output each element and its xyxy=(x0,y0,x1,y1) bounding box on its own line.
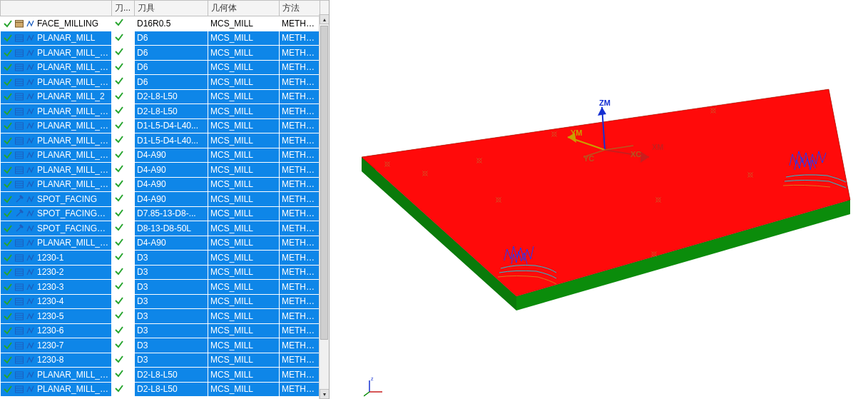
op-method: METHOD xyxy=(280,192,320,207)
op-tool: D6 xyxy=(135,46,208,61)
table-row[interactable]: PLANAR_MILL_2_C...D4-A90MCS_MILLMETHOD xyxy=(1,236,330,251)
op-geometry: MCS_MILL xyxy=(208,148,280,163)
op-method: METHOD xyxy=(280,206,320,221)
scroll-down-arrow[interactable]: ▾ xyxy=(320,389,329,399)
table-row[interactable]: SPOT_FACING_COPYD7.85-13-D8-...MCS_MILLM… xyxy=(1,206,330,221)
table-row[interactable]: PLANAR_MILL_2_C...D1-L5-D4-L40...MCS_MIL… xyxy=(1,118,330,133)
table-row[interactable]: SPOT_FACING_COP...D8-13-D8-50LMCS_MILLME… xyxy=(1,221,330,236)
scroll-thumb[interactable] xyxy=(320,26,328,340)
table-row[interactable]: 1230-2D3MCS_MILLMETHOD xyxy=(1,265,330,280)
toolpath-icon xyxy=(26,253,36,263)
view-triad-icon[interactable]: z xyxy=(364,376,385,398)
planar-mill-icon xyxy=(14,340,24,350)
graphics-viewport[interactable]: ZM YM XM XC YC z xyxy=(330,0,868,399)
op-geometry: MCS_MILL xyxy=(208,294,280,309)
check-icon xyxy=(3,370,13,380)
svg-rect-35 xyxy=(16,240,24,246)
op-tool: D2-L8-L50 xyxy=(135,89,208,104)
op-name: 1230-6 xyxy=(37,325,109,335)
op-method: METHOD xyxy=(280,60,320,75)
toolpath-icon xyxy=(26,150,36,160)
svg-rect-23 xyxy=(16,138,24,144)
status-check-icon xyxy=(114,355,124,366)
op-geometry: MCS_MILL xyxy=(208,163,280,178)
toolpath-icon xyxy=(26,106,36,116)
op-method: METHOD xyxy=(280,75,320,90)
table-row[interactable]: 1230-3D3MCS_MILLMETHOD xyxy=(1,280,330,295)
table-row[interactable]: 1230-1D3MCS_MILLMETHOD xyxy=(1,251,330,266)
table-row[interactable]: PLANAR_MILL_2_C...D1-L5-D4-L40...MCS_MIL… xyxy=(1,133,330,148)
svg-rect-20 xyxy=(16,123,24,129)
table-row[interactable]: 1230-7D3MCS_MILLMETHOD xyxy=(1,338,330,353)
svg-rect-62 xyxy=(16,372,24,378)
op-method: METHOD xyxy=(280,148,320,163)
table-row[interactable]: PLANAR_MILL_2D2-L8-L50MCS_MILLMETHOD xyxy=(1,89,330,104)
table-row[interactable]: PLANAR_MILL_2_C...D4-A90MCS_MILLMETHOD xyxy=(1,148,330,163)
part-3d-view[interactable] xyxy=(330,0,868,399)
table-row[interactable]: FACE_MILLINGD16R0.5MCS_MILLMETHOD xyxy=(1,16,330,31)
planar-mill-icon xyxy=(14,121,24,131)
vertical-scrollbar[interactable]: ▴ ▾ xyxy=(319,14,329,399)
check-icon xyxy=(3,194,13,204)
table-header-row[interactable]: 刀... 刀具 几何体 方法 xyxy=(1,1,330,16)
table-row[interactable]: PLANAR_MILL_2_C...D2-L8-L50MCS_MILLMETHO… xyxy=(1,382,330,397)
op-geometry: MCS_MILL xyxy=(208,236,280,251)
table-row[interactable]: PLANAR_MILL_COP...D6MCS_MILLMETHOD xyxy=(1,75,330,90)
op-name: PLANAR_MILL_2_C... xyxy=(37,384,109,394)
table-row[interactable]: PLANAR_MILL_2_C...D4-A90MCS_MILLMETHOD xyxy=(1,177,330,192)
table-row[interactable]: 1230-4D3MCS_MILLMETHOD xyxy=(1,294,330,309)
toolpath-icon xyxy=(26,121,36,131)
col-header-tool[interactable]: 刀具 xyxy=(135,1,208,16)
col-header-name[interactable] xyxy=(1,1,112,16)
planar-mill-icon xyxy=(14,311,24,321)
planar-mill-icon xyxy=(14,179,24,189)
col-header-state[interactable]: 刀... xyxy=(112,1,135,16)
op-geometry: MCS_MILL xyxy=(208,221,280,236)
op-name: PLANAR_MILL_2_C... xyxy=(37,165,109,175)
operation-table-wrap: 刀... 刀具 几何体 方法 FACE_MILLINGD16R0.5MCS_MI… xyxy=(0,0,329,399)
status-check-icon xyxy=(114,194,124,205)
op-tool: D3 xyxy=(135,323,208,338)
op-geometry: MCS_MILL xyxy=(208,206,280,221)
status-check-icon xyxy=(114,238,124,249)
op-tool: D1-L5-D4-L40... xyxy=(135,118,208,133)
status-check-icon xyxy=(114,297,124,308)
toolpath-icon xyxy=(26,282,36,292)
op-name: PLANAR_MILL_COP... xyxy=(37,77,109,87)
svg-rect-11 xyxy=(16,79,24,86)
table-row[interactable]: PLANAR_MILL_COPYD6MCS_MILLMETHOD xyxy=(1,46,330,61)
table-row[interactable]: 1230-5D3MCS_MILLMETHOD xyxy=(1,309,330,324)
table-row[interactable]: PLANAR_MILL_2_C...D2-L8-L50MCS_MILLMETHO… xyxy=(1,368,330,383)
op-method: METHOD xyxy=(280,118,320,133)
op-geometry: MCS_MILL xyxy=(208,104,280,119)
op-geometry: MCS_MILL xyxy=(208,338,280,353)
scroll-up-arrow[interactable]: ▴ xyxy=(320,14,329,24)
col-header-method[interactable]: 方法 xyxy=(280,1,320,16)
op-tool: D6 xyxy=(135,75,208,90)
op-name: PLANAR_MILL_2_C... xyxy=(37,179,109,189)
op-name: PLANAR_MILL_2_C... xyxy=(37,106,109,116)
table-row[interactable]: PLANAR_MILL_2_C...D2-L8-L50MCS_MILLMETHO… xyxy=(1,104,330,119)
svg-rect-5 xyxy=(16,50,24,56)
op-tool: D4-A90 xyxy=(135,148,208,163)
op-method: METHOD xyxy=(280,46,320,61)
face-mill-icon xyxy=(14,19,24,29)
planar-mill-icon xyxy=(14,91,24,101)
table-row[interactable]: PLANAR_MILLD6MCS_MILLMETHOD xyxy=(1,31,330,46)
op-method: METHOD xyxy=(280,280,320,295)
op-geometry: MCS_MILL xyxy=(208,382,280,397)
table-row[interactable]: SPOT_FACINGD4-A90MCS_MILLMETHOD xyxy=(1,192,330,207)
op-method: METHOD xyxy=(280,294,320,309)
planar-mill-icon xyxy=(14,150,24,160)
col-header-geom[interactable]: 几何体 xyxy=(208,1,280,16)
op-name: SPOT_FACING_COP... xyxy=(37,223,109,233)
table-row[interactable]: PLANAR_MILL_COP...D6MCS_MILLMETHOD xyxy=(1,60,330,75)
operation-table[interactable]: 刀... 刀具 几何体 方法 FACE_MILLINGD16R0.5MCS_MI… xyxy=(0,0,329,397)
table-row[interactable]: 1230-8D3MCS_MILLMETHOD xyxy=(1,353,330,368)
status-check-icon xyxy=(114,19,124,29)
planar-mill-icon xyxy=(14,33,24,43)
table-row[interactable]: 1230-6D3MCS_MILLMETHOD xyxy=(1,323,330,338)
check-icon xyxy=(3,208,13,218)
table-row[interactable]: PLANAR_MILL_2_C...D4-A90MCS_MILLMETHOD xyxy=(1,163,330,178)
toolpath-icon xyxy=(26,238,36,248)
